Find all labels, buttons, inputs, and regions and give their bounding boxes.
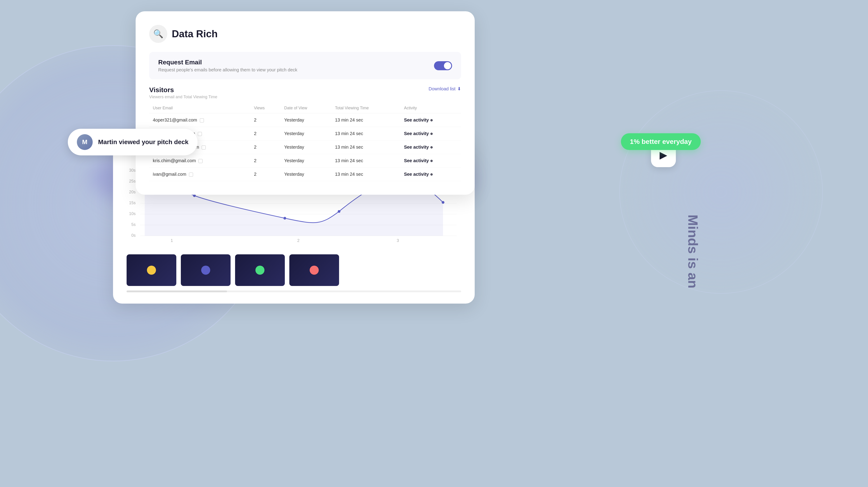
col-time: Total Viewing Time	[331, 103, 400, 113]
table-row: ivan@gmail.com 2 Yesterday 13 min 24 sec…	[149, 168, 461, 181]
copy-icon[interactable]	[200, 118, 204, 123]
table-row: kris.chim@gmail.com 2 Yesterday 13 min 2…	[149, 154, 461, 168]
thumbnail-inner-4	[289, 254, 339, 286]
thumbnail-inner-3	[235, 254, 285, 286]
notification-bubble: M Martin viewed your pitch deck	[68, 129, 197, 155]
request-email-row: Request Email Request people's emails be…	[158, 59, 452, 72]
svg-text:0s: 0s	[131, 233, 135, 238]
table-header: User Email Views Date of View Total View…	[149, 103, 461, 113]
cell-time: 13 min 24 sec	[331, 113, 400, 127]
thumbnail-inner-1	[127, 254, 176, 286]
svg-text:30s: 30s	[129, 168, 135, 172]
cell-views: 2	[250, 127, 281, 140]
thumbnail-inner-2	[181, 254, 230, 286]
notification-text: Martin viewed your pitch deck	[98, 138, 188, 146]
minds-text: Minds is an	[685, 215, 701, 288]
card-top-header: 🔍 Data Rich	[149, 25, 461, 43]
cell-email: kris.chim@gmail.com	[149, 154, 250, 168]
svg-text:15s: 15s	[129, 201, 135, 205]
avatar-image: M	[77, 134, 93, 150]
slide-thumbnail-3[interactable]	[235, 254, 285, 286]
cell-views: 2	[250, 140, 281, 154]
visitors-info: Visitors Viewers email and Total Viewing…	[149, 86, 217, 99]
scrollbar-thumb[interactable]	[127, 291, 227, 292]
slide-thumbnail-1[interactable]	[127, 254, 176, 286]
cell-action[interactable]: See activity ⊕	[400, 154, 461, 168]
copy-icon[interactable]	[198, 132, 202, 136]
col-email: User Email	[149, 103, 250, 113]
cell-date: Yesterday	[281, 140, 331, 154]
table-row: 4oper321@gmail.com 2 Yesterday 13 min 24…	[149, 113, 461, 127]
svg-point-22	[442, 201, 444, 204]
svg-text:3: 3	[397, 238, 399, 243]
scene: 🔍 Data Rich Request Email Request people…	[68, 11, 791, 463]
download-list-button[interactable]: Download list ⬇	[429, 86, 461, 92]
request-email-label: Request Email	[158, 59, 297, 66]
cell-action[interactable]: See activity ⊕	[400, 127, 461, 140]
cell-time: 13 min 24 sec	[331, 168, 400, 181]
data-rich-title: Data Rich	[172, 28, 218, 39]
cell-date: Yesterday	[281, 127, 331, 140]
cell-action[interactable]: See activity ⊕	[400, 113, 461, 127]
svg-point-19	[283, 217, 286, 220]
cell-action[interactable]: See activity ⊕	[400, 140, 461, 154]
avatar: M	[77, 134, 93, 150]
cell-date: Yesterday	[281, 154, 331, 168]
request-email-desc: Request people's emails before allowing …	[158, 67, 297, 72]
svg-text:1: 1	[170, 238, 173, 243]
cell-time: 13 min 24 sec	[331, 154, 400, 168]
cell-email: ivan@gmail.com	[149, 168, 250, 181]
svg-text:25s: 25s	[129, 179, 135, 184]
scrollbar-track	[127, 291, 461, 292]
cell-views: 2	[250, 113, 281, 127]
cursor-icon: ▶	[659, 149, 667, 161]
col-date: Date of View	[281, 103, 331, 113]
svg-text:10s: 10s	[129, 212, 135, 216]
cell-action[interactable]: See activity ⊕	[400, 168, 461, 181]
cell-views: 2	[250, 168, 281, 181]
visitors-subtitle: Viewers email and Total Viewing Time	[149, 95, 217, 99]
slide-thumbnail-4[interactable]	[289, 254, 339, 286]
request-email-section: Request Email Request people's emails be…	[149, 52, 461, 79]
download-icon: ⬇	[457, 86, 461, 92]
svg-text:20s: 20s	[129, 190, 135, 194]
visitors-title: Visitors	[149, 86, 217, 94]
search-icon: 🔍	[149, 25, 167, 43]
cell-date: Yesterday	[281, 113, 331, 127]
cell-time: 13 min 24 sec	[331, 140, 400, 154]
cell-time: 13 min 24 sec	[331, 127, 400, 140]
col-activity: Activity	[400, 103, 461, 113]
svg-text:2: 2	[297, 238, 300, 243]
request-email-info: Request Email Request people's emails be…	[158, 59, 297, 72]
visitors-header: Visitors Viewers email and Total Viewing…	[149, 86, 461, 99]
svg-text:5s: 5s	[131, 222, 135, 227]
visitors-section: Visitors Viewers email and Total Viewing…	[149, 86, 461, 181]
cell-date: Yesterday	[281, 168, 331, 181]
slide-thumbnail-2[interactable]	[181, 254, 230, 286]
cell-email: 4oper321@gmail.com	[149, 113, 250, 127]
cell-views: 2	[250, 154, 281, 168]
thumbnails-row	[127, 254, 461, 286]
request-email-toggle[interactable]	[434, 61, 452, 70]
copy-icon[interactable]	[198, 159, 203, 163]
col-views: Views	[250, 103, 281, 113]
top-card: 🔍 Data Rich Request Email Request people…	[135, 11, 475, 195]
copy-icon[interactable]	[202, 145, 206, 150]
copy-icon[interactable]	[189, 172, 193, 176]
svg-point-20	[338, 210, 340, 213]
percent-bubble: 1% better everyday	[621, 133, 701, 150]
